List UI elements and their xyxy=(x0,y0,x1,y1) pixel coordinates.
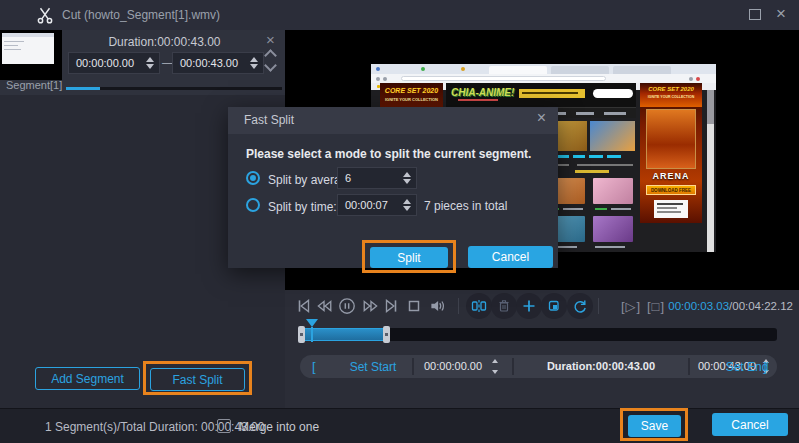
stop-segment-button[interactable]: [□] xyxy=(647,299,665,314)
timeline-track[interactable] xyxy=(300,328,777,341)
delete-segment-button[interactable] xyxy=(491,293,517,319)
scissors-icon xyxy=(36,6,54,24)
spinner-arrows-icon[interactable] xyxy=(403,168,411,188)
browser-address-bar xyxy=(371,74,716,83)
copy-icon xyxy=(546,298,562,314)
pieces-note: 7 pieces in total xyxy=(424,199,507,213)
fast-split-button[interactable]: Fast Split xyxy=(150,368,245,391)
dialog-header: Fast Split × xyxy=(228,107,558,134)
close-button[interactable]: × xyxy=(776,3,786,25)
save-button[interactable]: Save xyxy=(628,415,681,437)
maximize-button[interactable] xyxy=(749,9,761,20)
segment-strip: Segment[1] Duration:00:00:43.00 00:00:00… xyxy=(0,30,285,95)
window-title: Cut (howto_Segment[1].wmv) xyxy=(62,8,220,22)
trim-start-value[interactable]: 00:00:00.00 xyxy=(424,360,482,372)
segment-delete-icon[interactable]: × xyxy=(266,31,275,48)
segment-thumbnail-image xyxy=(2,33,54,64)
next-frame-icon[interactable] xyxy=(382,297,400,315)
open-bracket: [ xyxy=(312,359,316,374)
status-bar: 1 Segment(s)/Total Duration: 00:00:43.00… xyxy=(0,408,799,443)
rewind-icon[interactable] xyxy=(315,297,333,315)
stop-icon[interactable] xyxy=(405,297,423,315)
plus-icon xyxy=(521,298,537,314)
split-by-time-radio[interactable] xyxy=(246,198,260,212)
current-time: 00:00:03.03 xyxy=(668,300,729,312)
undo-icon xyxy=(572,298,588,314)
divider xyxy=(458,298,459,314)
site-logo: CHIA-ANIME! xyxy=(451,87,514,98)
playhead-line xyxy=(311,327,313,342)
spinner-arrows-icon[interactable] xyxy=(146,53,154,73)
play-segment-button[interactable]: [▷] xyxy=(621,299,641,314)
split-time-spinner[interactable]: 00:00:07 xyxy=(337,194,417,216)
divider xyxy=(688,358,690,375)
segment-duration-label: Duration:00:00:43.00 xyxy=(62,35,267,49)
segment-start-spinner[interactable]: 00:00:00.00 xyxy=(68,52,160,74)
split-by-time-label[interactable]: Split by time: xyxy=(268,200,337,214)
divider xyxy=(598,298,599,314)
pause-icon[interactable] xyxy=(338,297,356,315)
split-segment-button[interactable] xyxy=(466,293,492,319)
segment-label: Segment[1] xyxy=(6,79,62,91)
reset-button[interactable] xyxy=(567,293,593,319)
split-highlight: Split xyxy=(362,240,456,273)
volume-icon[interactable] xyxy=(428,297,446,315)
trash-icon xyxy=(496,298,512,314)
title-bar: Cut (howto_Segment[1].wmv) × xyxy=(0,0,799,30)
cut-window: Cut (howto_Segment[1].wmv) × Segment[1] … xyxy=(0,0,799,443)
merge-checkbox[interactable] xyxy=(217,419,231,433)
clip-end-handle[interactable] xyxy=(383,326,390,343)
save-highlight: Save xyxy=(620,408,688,441)
split-button[interactable]: Split xyxy=(370,247,448,268)
dialog-cancel-button[interactable]: Cancel xyxy=(468,246,553,268)
browser-scrollbar xyxy=(707,90,714,252)
playback-controls: [▷] [□] 00:00:03.03/00:04:22.12 [ Set St… xyxy=(285,290,799,408)
marquee-strip xyxy=(519,89,585,98)
dialog-message: Please select a mode to split the curren… xyxy=(246,147,531,161)
fast-forward-icon[interactable] xyxy=(362,297,380,315)
download-free-button: DOWNLOAD FREE xyxy=(646,185,696,195)
duplicate-segment-button[interactable] xyxy=(541,293,567,319)
timeline-selected-clip[interactable] xyxy=(300,328,388,341)
segment-progress-bar xyxy=(66,87,282,90)
previous-frame-icon[interactable] xyxy=(295,297,313,315)
trim-duration-label: Duration:00:00:43.00 xyxy=(522,360,680,372)
segment-thumbnail[interactable] xyxy=(0,30,62,80)
site-header: CHIA-ANIME! xyxy=(446,83,636,107)
divider xyxy=(412,358,414,375)
dialog-close-icon[interactable]: × xyxy=(537,109,546,127)
arena-logo: ARENA xyxy=(640,171,702,181)
merge-label[interactable]: Merge into one xyxy=(239,420,319,434)
spinner-arrows-icon[interactable] xyxy=(250,53,258,73)
right-ad-banner: CORE SET 2020 IGNITE YOUR COLLECTION ARE… xyxy=(640,83,702,223)
set-start-button[interactable]: Set Start xyxy=(338,360,408,374)
add-segment-button-circle[interactable] xyxy=(516,293,542,319)
segment-end-spinner[interactable]: 00:00:43.00 xyxy=(172,52,264,74)
spinner-arrows-icon[interactable] xyxy=(492,358,500,375)
playhead-marker[interactable] xyxy=(306,319,318,327)
time-display: 00:00:03.03/00:04:22.12 xyxy=(668,300,793,312)
fast-split-highlight: Fast Split xyxy=(143,361,252,395)
site-search-box xyxy=(593,89,633,98)
add-segment-button[interactable]: Add Segment xyxy=(35,367,140,390)
fast-split-dialog: Fast Split × Please select a mode to spl… xyxy=(228,107,558,268)
split-segment-icon xyxy=(471,298,487,314)
spinner-arrows-icon[interactable] xyxy=(403,195,411,215)
segment-move-down-icon[interactable] xyxy=(264,59,277,72)
close-bracket: ] xyxy=(763,359,767,374)
divider xyxy=(512,358,514,375)
clip-start-handle[interactable] xyxy=(298,326,305,343)
split-by-average-radio[interactable] xyxy=(246,171,260,185)
browser-tab-bar xyxy=(371,64,716,74)
cancel-button[interactable]: Cancel xyxy=(712,413,788,436)
split-average-spinner[interactable]: 6 xyxy=(337,167,417,189)
segment-summary: 1 Segment(s)/Total Duration: 00:00:43.00 xyxy=(45,420,264,434)
dialog-title: Fast Split xyxy=(244,113,294,127)
total-time: /00:04:22.12 xyxy=(729,300,793,312)
trim-bar: [ Set Start 00:00:00.00 Duration:00:00:4… xyxy=(300,355,777,378)
